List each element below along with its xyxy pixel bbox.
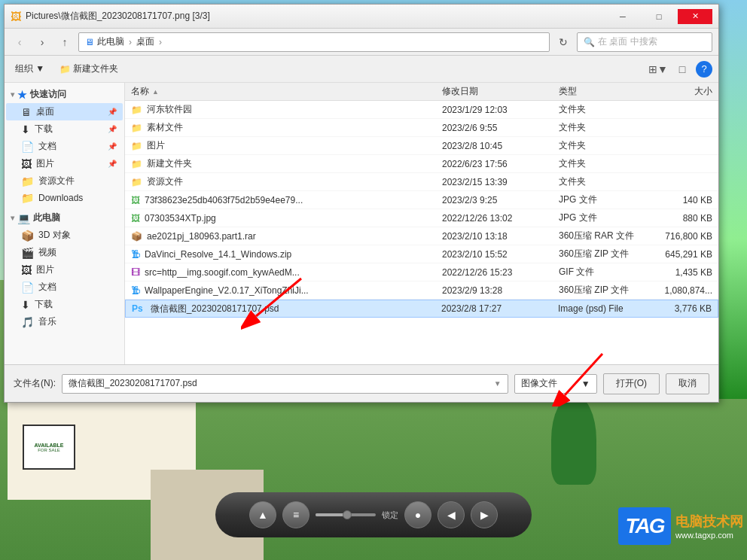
address-bar: ‹ › ↑ 🖥 此电脑 › 桌面 › ↻ 🔍 在 桌面 中搜索 [5,29,718,56]
refresh-button[interactable]: ↻ [554,33,572,51]
folder-icon: 📁 [131,159,142,169]
col-name-header[interactable]: 名称 ▲ [125,85,436,98]
sidebar-item-3d[interactable]: 📦 3D 对象 [6,227,123,244]
back-button[interactable]: ‹ [11,33,29,51]
table-row[interactable]: 📁河东软件园 2023/1/29 12:03 文件夹 [125,101,718,119]
tag-logo: TAG [618,507,671,545]
close-button[interactable]: ✕ [678,9,712,24]
title-text: Pictures\微信截图_20230208171707.png [3/3] [26,10,210,23]
search-icon: 🔍 [584,37,595,47]
bottom-bar: 文件名(N): 微信截图_20230208171707.psd ▼ 图像文件 ▼… [5,364,718,402]
folder-icon: 📁 [131,105,142,115]
filetype-value: 图像文件 [521,377,557,390]
table-row[interactable]: 🗜DaVinci_Resolve_14.1_Windows.zip 2023/2… [125,245,718,263]
filename-input[interactable]: 微信截图_20230208171707.psd ▼ [62,374,508,394]
sidebar-item-music[interactable]: 🎵 音乐 [6,313,123,330]
table-row[interactable]: 🗜WallpaperEngine_V2.0.17_XiTongZhiJi... … [125,282,718,300]
help-button[interactable]: ? [696,61,712,78]
new-folder-button[interactable]: 📁 新建文件夹 [55,61,123,77]
resources-icon: 📁 [21,175,34,187]
sidebar-item-dl-folder[interactable]: 📁 Downloads [6,190,123,206]
table-row[interactable]: 📦ae2021pj_180963.part1.rar 2023/2/10 13:… [125,227,718,245]
file-list: 📁河东软件园 2023/1/29 12:03 文件夹 📁素材文件 2023/2/… [125,101,718,364]
desktop-icon: 🖥 [21,106,32,118]
video-icon: 🎬 [21,247,34,259]
cancel-button[interactable]: 取消 [666,373,709,394]
sidebar-item-video[interactable]: 🎬 视频 [6,244,123,261]
table-row-selected[interactable]: Ps微信截图_20230208171707.psd 2023/2/8 17:27… [125,300,718,318]
toolbar-slider[interactable] [316,513,376,516]
table-row[interactable]: 🖼07303534XTp.jpg 2022/12/26 13:02 JPG 文件… [125,209,718,227]
3d-icon: 📦 [21,230,34,242]
maximize-button[interactable]: □ [642,9,676,24]
zip-icon: 🗜 [131,249,140,260]
table-row[interactable]: 🎞src=http__img.soogif.com_kywAedM... 202… [125,263,718,282]
sidebar: ▾ ★ 快速访问 🖥 桌面 📌 ⬇ 下载 📌 📄 文档 📌 [5,83,125,364]
breadcrumb-icon: 🖥 [85,37,94,47]
jpg-icon: 🖼 [131,195,140,205]
docs2-icon: 📄 [21,282,34,294]
column-headers: 名称 ▲ 修改日期 类型 大小 [125,83,718,101]
minimize-button[interactable]: ─ [605,9,640,24]
toolbar-lock-btn[interactable]: ● [404,501,431,528]
this-pc-header[interactable]: ▾ 💻 此电脑 [5,209,124,227]
sidebar-item-downloads[interactable]: ⬇ 下载 📌 [6,120,123,138]
tag-url: www.tagxp.com [675,531,743,540]
toolbar-up-btn[interactable]: ▲ [249,501,276,528]
folder-icon: 📁 [131,141,142,151]
filetype-arrow: ▼ [581,379,590,389]
toolbar: 组织 ▼ 📁 新建文件夹 ⊞▼ □ ? [5,56,718,83]
breadcrumb-pc: 此电脑 [97,35,124,48]
folder-icon: 📁 [131,123,142,133]
main-content: ▾ ★ 快速访问 🖥 桌面 📌 ⬇ 下载 📌 📄 文档 📌 [5,83,718,364]
sidebar-item-desktop[interactable]: 🖥 桌面 📌 [6,103,123,120]
sidebar-item-pictures[interactable]: 🖼 图片 📌 [6,155,123,172]
title-bar: 🖼 Pictures\微信截图_20230208171707.png [3/3]… [5,5,718,29]
file-list-area: 名称 ▲ 修改日期 类型 大小 📁河东软件园 2023/1/29 12: [125,83,718,364]
downloads-icon: ⬇ [21,123,30,135]
col-type-header[interactable]: 类型 [553,85,651,98]
table-row[interactable]: 📁图片 2023/2/8 10:45 文件夹 [125,137,718,155]
up-button[interactable]: ↑ [56,33,74,51]
zip-icon: 🗜 [131,285,140,296]
search-placeholder: 在 桌面 中搜索 [598,35,657,48]
rar-icon: 📦 [131,231,142,242]
quick-access-header[interactable]: ▾ ★ 快速访问 [5,86,124,103]
dl2-icon: ⬇ [21,299,30,311]
sidebar-item-dl2[interactable]: ⬇ 下载 [6,296,123,313]
tag-watermark: TAG 电脑技术网 www.tagxp.com [618,507,743,545]
view-options-button[interactable]: ⊞▼ [648,60,669,78]
forward-button[interactable]: › [33,33,51,51]
filename-dropdown-arrow: ▼ [494,379,502,388]
folder-icon: 📁 [131,177,142,187]
music-icon: 🎵 [21,316,34,328]
table-row[interactable]: 🖼73f38623e25db4063f75d2b59e4ee79... 2023… [125,191,718,209]
open-button[interactable]: 打开(O) [603,373,660,394]
table-row[interactable]: 📁素材文件 2023/2/6 9:55 文件夹 [125,119,718,137]
table-row[interactable]: 📁资源文件 2023/2/15 13:39 文件夹 [125,173,718,191]
address-input[interactable]: 🖥 此电脑 › 桌面 › [78,32,550,52]
bottom-toolbar: ▲ ≡ 锁定 ● ◀ ▶ [215,492,532,537]
toolbar-menu-btn[interactable]: ≡ [282,501,309,528]
pictures2-icon: 🖼 [21,264,32,276]
toolbar-next-btn[interactable]: ▶ [471,501,498,528]
sidebar-item-pictures2[interactable]: 🖼 图片 [6,261,123,278]
sidebar-item-docs2[interactable]: 📄 文档 [6,278,123,296]
search-box[interactable]: 🔍 在 桌面 中搜索 [577,32,712,52]
sidebar-item-documents[interactable]: 📄 文档 📌 [6,138,123,155]
title-icon: 🖼 [11,11,21,23]
dl-folder-icon: 📁 [21,192,34,204]
toolbar-lock-text: 锁定 [382,510,398,521]
new-folder-icon: 📁 [59,64,71,75]
organize-button[interactable]: 组织 ▼ [11,61,49,77]
psd-icon: Ps [132,303,143,314]
toolbar-prev-btn[interactable]: ◀ [438,501,465,528]
col-date-header[interactable]: 修改日期 [436,85,553,98]
jpg-icon: 🖼 [131,213,140,224]
col-size-header[interactable]: 大小 [651,85,718,98]
sidebar-item-resources[interactable]: 📁 资源文件 [6,172,123,190]
filetype-select[interactable]: 图像文件 ▼ [514,374,597,394]
filename-value: 微信截图_20230208171707.psd [69,377,197,390]
view-pane-button[interactable]: □ [672,60,693,78]
table-row[interactable]: 📁新建文件夹 2022/6/23 17:56 文件夹 [125,155,718,173]
